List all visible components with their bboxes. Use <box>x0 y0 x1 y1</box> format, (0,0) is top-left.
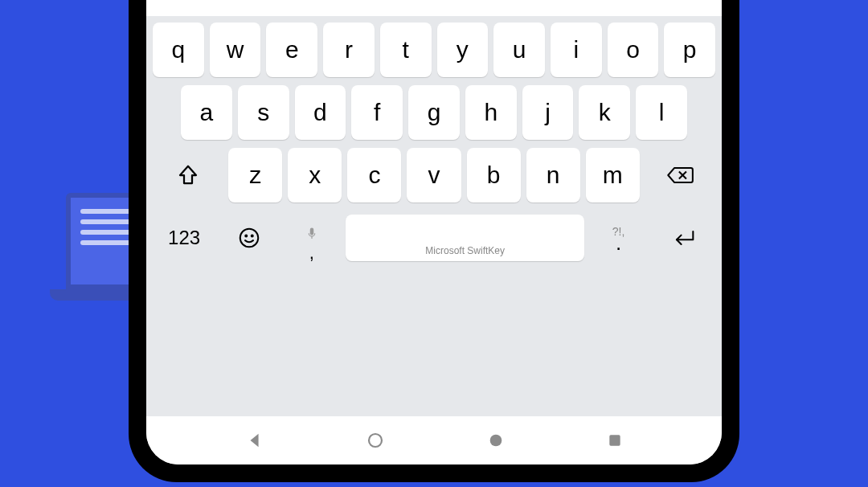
key-enter[interactable] <box>653 211 715 265</box>
key-p[interactable]: p <box>664 23 715 77</box>
nav-recent-circle[interactable] <box>487 432 505 449</box>
clipboard-cloud-icon <box>346 0 375 3</box>
key-c[interactable]: c <box>347 148 401 203</box>
svg-point-6 <box>489 435 502 447</box>
key-period[interactable]: ?!, . <box>590 211 646 265</box>
key-i[interactable]: i <box>551 23 602 77</box>
svg-point-3 <box>246 235 248 237</box>
key-g[interactable]: g <box>408 85 460 140</box>
key-u[interactable]: u <box>493 23 545 77</box>
key-f[interactable]: f <box>351 85 403 140</box>
key-k[interactable]: k <box>579 85 630 140</box>
nav-home[interactable] <box>366 431 385 450</box>
android-navbar <box>146 416 722 464</box>
nav-back[interactable] <box>246 432 264 449</box>
key-e[interactable]: e <box>266 23 317 77</box>
key-d[interactable]: d <box>295 85 346 140</box>
clipboard-suggestion[interactable]: 217 555-0113 <box>146 0 722 16</box>
key-m[interactable]: m <box>586 148 640 203</box>
key-q[interactable]: q <box>153 23 204 77</box>
svg-point-5 <box>369 434 382 447</box>
key-z[interactable]: z <box>228 148 282 203</box>
key-comma-label: , <box>309 250 314 257</box>
key-x[interactable]: x <box>288 148 342 203</box>
key-s[interactable]: s <box>238 85 289 140</box>
keyboard: q w e r t y u i o p a s d f g h j k l <box>146 16 722 416</box>
key-j[interactable]: j <box>522 85 574 140</box>
space-brand-label: Microsoft SwiftKey <box>425 245 505 256</box>
key-period-label: . <box>616 237 621 250</box>
key-o[interactable]: o <box>608 23 659 77</box>
nav-recent[interactable] <box>607 432 623 448</box>
key-h[interactable]: h <box>465 85 517 140</box>
svg-point-4 <box>252 235 253 237</box>
key-v[interactable]: v <box>407 148 461 203</box>
key-a[interactable]: a <box>181 85 232 140</box>
key-t[interactable]: t <box>380 23 432 77</box>
key-w[interactable]: w <box>210 23 261 77</box>
key-r[interactable]: r <box>323 23 375 77</box>
key-mic-comma[interactable]: , <box>284 211 340 265</box>
key-emoji[interactable] <box>221 211 277 265</box>
key-numbers[interactable]: 123 <box>153 211 215 265</box>
key-y[interactable]: y <box>437 23 489 77</box>
key-backspace[interactable] <box>645 148 715 203</box>
key-n[interactable]: n <box>526 148 580 203</box>
key-l[interactable]: l <box>636 85 687 140</box>
svg-point-2 <box>240 229 259 248</box>
key-space[interactable]: Microsoft SwiftKey <box>346 215 584 261</box>
phone-frame: 217 555-0113 q w e r t y u i o p a s d f <box>129 0 739 482</box>
clipboard-suggestion-text: 217 555-0113 <box>384 0 523 2</box>
svg-rect-7 <box>609 435 620 445</box>
key-shift[interactable] <box>153 148 223 203</box>
key-b[interactable]: b <box>467 148 521 203</box>
